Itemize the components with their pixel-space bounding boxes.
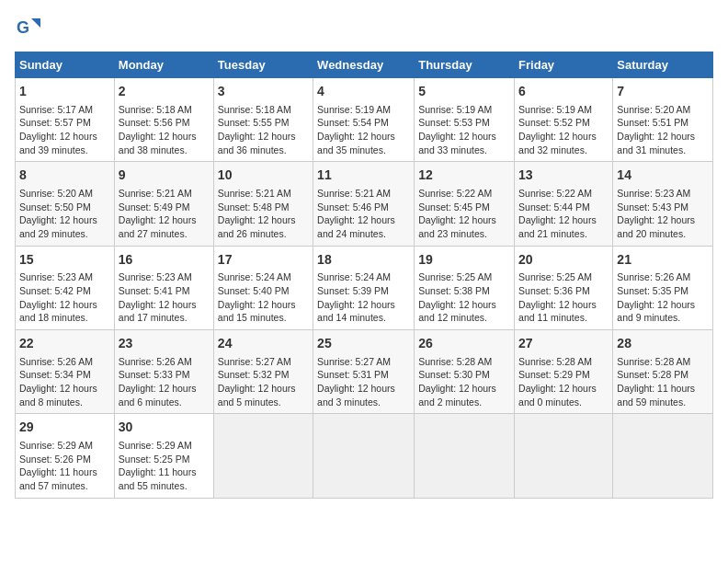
day-number: 15 [19,251,110,270]
day-number: 8 [19,167,110,185]
calendar-cell: 30Sunrise: 5:29 AMSunset: 5:25 PMDayligh… [114,414,213,498]
calendar-cell: 8Sunrise: 5:20 AMSunset: 5:50 PMDaylight… [16,162,115,246]
day-number: 6 [518,83,609,101]
calendar-cell: 17Sunrise: 5:24 AMSunset: 5:40 PMDayligh… [213,246,313,329]
day-info: Sunrise: 5:18 AMSunset: 5:55 PMDaylight:… [218,103,309,157]
day-number: 10 [218,167,309,185]
calendar-cell: 23Sunrise: 5:26 AMSunset: 5:33 PMDayligh… [114,330,213,414]
calendar-cell: 11Sunrise: 5:21 AMSunset: 5:46 PMDayligh… [313,162,415,246]
day-info: Sunrise: 5:28 AMSunset: 5:28 PMDaylight:… [617,355,709,409]
day-number: 30 [119,419,210,437]
calendar-cell [415,414,515,498]
calendar-header: SundayMondayTuesdayWednesdayThursdayFrid… [16,52,713,78]
day-number: 26 [418,335,510,353]
header-sunday: Sunday [16,52,115,78]
day-number: 11 [317,167,410,185]
day-number: 13 [518,167,609,185]
calendar-cell [313,414,415,498]
calendar-cell: 19Sunrise: 5:25 AMSunset: 5:38 PMDayligh… [415,246,515,329]
calendar-cell [515,414,613,498]
calendar-cell: 14Sunrise: 5:23 AMSunset: 5:43 PMDayligh… [613,162,713,246]
day-info: Sunrise: 5:26 AMSunset: 5:34 PMDaylight:… [19,355,110,409]
day-number: 3 [218,83,309,101]
day-info: Sunrise: 5:21 AMSunset: 5:49 PMDaylight:… [119,187,210,241]
day-number: 2 [119,83,210,101]
calendar-cell: 7Sunrise: 5:20 AMSunset: 5:51 PMDaylight… [613,78,713,162]
day-number: 28 [617,335,709,353]
calendar-cell: 25Sunrise: 5:27 AMSunset: 5:31 PMDayligh… [313,330,415,414]
calendar-cell: 5Sunrise: 5:19 AMSunset: 5:53 PMDaylight… [415,78,515,162]
calendar-body: 1Sunrise: 5:17 AMSunset: 5:57 PMDaylight… [16,78,713,499]
calendar-cell: 13Sunrise: 5:22 AMSunset: 5:44 PMDayligh… [515,162,613,246]
calendar-cell: 6Sunrise: 5:19 AMSunset: 5:52 PMDaylight… [515,78,613,162]
header-tuesday: Tuesday [213,52,313,78]
day-info: Sunrise: 5:23 AMSunset: 5:43 PMDaylight:… [617,187,709,241]
day-number: 19 [418,251,510,270]
header-wednesday: Wednesday [313,52,415,78]
calendar-cell: 1Sunrise: 5:17 AMSunset: 5:57 PMDaylight… [16,78,115,162]
header-saturday: Saturday [613,52,713,78]
calendar-cell: 22Sunrise: 5:26 AMSunset: 5:34 PMDayligh… [16,330,115,414]
calendar-week-row: 1Sunrise: 5:17 AMSunset: 5:57 PMDaylight… [16,78,713,162]
day-info: Sunrise: 5:24 AMSunset: 5:40 PMDaylight:… [218,270,309,325]
day-number: 5 [418,83,510,101]
day-info: Sunrise: 5:20 AMSunset: 5:51 PMDaylight:… [617,103,709,157]
day-number: 21 [617,251,709,270]
calendar-week-row: 8Sunrise: 5:20 AMSunset: 5:50 PMDaylight… [16,162,713,246]
calendar-cell: 15Sunrise: 5:23 AMSunset: 5:42 PMDayligh… [16,246,115,329]
day-info: Sunrise: 5:22 AMSunset: 5:45 PMDaylight:… [418,187,510,241]
day-info: Sunrise: 5:24 AMSunset: 5:39 PMDaylight:… [317,270,410,325]
calendar-cell: 4Sunrise: 5:19 AMSunset: 5:54 PMDaylight… [313,78,415,162]
day-info: Sunrise: 5:22 AMSunset: 5:44 PMDaylight:… [518,187,609,241]
calendar-cell: 3Sunrise: 5:18 AMSunset: 5:55 PMDaylight… [213,78,313,162]
day-number: 1 [19,83,110,101]
day-info: Sunrise: 5:19 AMSunset: 5:52 PMDaylight:… [518,103,609,157]
header-thursday: Thursday [415,52,515,78]
header-row: SundayMondayTuesdayWednesdayThursdayFrid… [16,52,713,78]
day-info: Sunrise: 5:19 AMSunset: 5:53 PMDaylight:… [418,103,510,157]
calendar-table: SundayMondayTuesdayWednesdayThursdayFrid… [15,52,713,499]
day-info: Sunrise: 5:25 AMSunset: 5:38 PMDaylight:… [418,270,510,325]
calendar-cell: 12Sunrise: 5:22 AMSunset: 5:45 PMDayligh… [415,162,515,246]
calendar-cell: 9Sunrise: 5:21 AMSunset: 5:49 PMDaylight… [114,162,213,246]
page-header: G [15,15,713,40]
day-number: 22 [19,335,110,353]
day-number: 20 [518,251,609,270]
calendar-cell: 2Sunrise: 5:18 AMSunset: 5:56 PMDaylight… [114,78,213,162]
day-info: Sunrise: 5:18 AMSunset: 5:56 PMDaylight:… [119,103,210,157]
day-number: 9 [119,167,210,185]
day-info: Sunrise: 5:26 AMSunset: 5:33 PMDaylight:… [119,355,210,409]
day-number: 29 [19,419,110,437]
calendar-week-row: 22Sunrise: 5:26 AMSunset: 5:34 PMDayligh… [16,330,713,414]
day-info: Sunrise: 5:29 AMSunset: 5:26 PMDaylight:… [19,439,110,493]
day-info: Sunrise: 5:23 AMSunset: 5:41 PMDaylight:… [119,270,210,325]
calendar-week-row: 15Sunrise: 5:23 AMSunset: 5:42 PMDayligh… [16,246,713,329]
header-monday: Monday [114,52,213,78]
calendar-week-row: 29Sunrise: 5:29 AMSunset: 5:26 PMDayligh… [16,414,713,498]
day-info: Sunrise: 5:21 AMSunset: 5:46 PMDaylight:… [317,187,410,241]
day-info: Sunrise: 5:20 AMSunset: 5:50 PMDaylight:… [19,187,110,241]
calendar-cell: 27Sunrise: 5:28 AMSunset: 5:29 PMDayligh… [515,330,613,414]
day-info: Sunrise: 5:23 AMSunset: 5:42 PMDaylight:… [19,270,110,325]
day-info: Sunrise: 5:28 AMSunset: 5:30 PMDaylight:… [418,355,510,409]
day-number: 27 [518,335,609,353]
day-number: 18 [317,251,410,270]
calendar-cell: 21Sunrise: 5:26 AMSunset: 5:35 PMDayligh… [613,246,713,329]
day-number: 12 [418,167,510,185]
calendar-cell: 26Sunrise: 5:28 AMSunset: 5:30 PMDayligh… [415,330,515,414]
day-info: Sunrise: 5:28 AMSunset: 5:29 PMDaylight:… [518,355,609,409]
logo: G [15,15,44,40]
header-friday: Friday [515,52,613,78]
day-info: Sunrise: 5:21 AMSunset: 5:48 PMDaylight:… [218,187,309,241]
day-info: Sunrise: 5:17 AMSunset: 5:57 PMDaylight:… [19,103,110,157]
day-number: 23 [119,335,210,353]
day-info: Sunrise: 5:19 AMSunset: 5:54 PMDaylight:… [317,103,410,157]
day-info: Sunrise: 5:27 AMSunset: 5:32 PMDaylight:… [218,355,309,409]
calendar-cell: 10Sunrise: 5:21 AMSunset: 5:48 PMDayligh… [213,162,313,246]
calendar-cell: 24Sunrise: 5:27 AMSunset: 5:32 PMDayligh… [213,330,313,414]
day-number: 17 [218,251,309,270]
day-number: 24 [218,335,309,353]
day-number: 16 [119,251,210,270]
day-info: Sunrise: 5:27 AMSunset: 5:31 PMDaylight:… [317,355,410,409]
day-number: 25 [317,335,410,353]
